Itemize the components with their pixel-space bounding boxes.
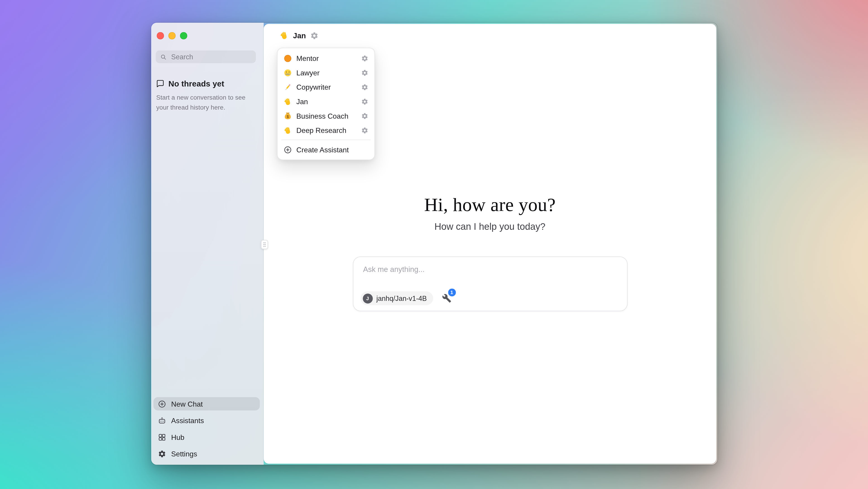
plus-circle-icon bbox=[284, 145, 292, 154]
blocks-icon bbox=[158, 433, 166, 441]
assistant-menu-item-jan[interactable]: Jan bbox=[280, 94, 372, 109]
model-name: janhq/Jan-v1-4B bbox=[376, 294, 427, 302]
assistant-edit-gear-icon[interactable] bbox=[361, 69, 368, 76]
assistant-label: Copywriter bbox=[296, 83, 357, 91]
waving-hand-emoji-icon bbox=[284, 97, 292, 105]
search-input[interactable] bbox=[170, 52, 251, 61]
sidebar-toggle-button[interactable] bbox=[249, 31, 258, 40]
assistant-selector-button[interactable]: Jan bbox=[280, 31, 306, 40]
model-selector-button[interactable]: J janhq/Jan-v1-4B bbox=[361, 292, 433, 305]
robot-icon bbox=[158, 416, 166, 425]
sidebar-resize-handle[interactable] bbox=[261, 240, 268, 249]
assistant-settings-button[interactable] bbox=[310, 31, 319, 40]
create-assistant-button[interactable]: Create Assistant bbox=[280, 143, 372, 157]
assistant-menu-item-mentor[interactable]: Mentor bbox=[280, 51, 372, 65]
main-panel: Jan Mentor Lawyer bbox=[264, 24, 716, 464]
waving-hand-emoji-icon bbox=[280, 31, 289, 40]
grip-dots-icon bbox=[262, 242, 267, 248]
assistant-menu-item-deep-research[interactable]: Deep Research bbox=[280, 123, 372, 137]
greeting-block: Hi, how are you? How can I help you toda… bbox=[264, 194, 716, 233]
composer: J janhq/Jan-v1-4B 1 bbox=[352, 256, 627, 311]
search-box[interactable] bbox=[156, 51, 256, 63]
empty-state-title: No threads yet bbox=[168, 79, 224, 88]
assistant-edit-gear-icon[interactable] bbox=[361, 55, 368, 62]
greeting-title: Hi, how are you? bbox=[264, 194, 716, 216]
orange-circle-emoji-icon bbox=[284, 54, 292, 62]
pencil-emoji-icon bbox=[284, 83, 292, 91]
assistant-label: Business Coach bbox=[296, 112, 357, 120]
assistant-label: Deep Research bbox=[296, 126, 357, 134]
greeting-subtitle: How can I help you today? bbox=[264, 222, 716, 233]
nav-label: New Chat bbox=[171, 400, 203, 408]
assistant-dropdown-menu: Mentor Lawyer Copywriter Jan bbox=[277, 48, 375, 160]
sidebar-nav: New Chat Assistants Hub Settings bbox=[154, 397, 260, 460]
assistant-menu-item-business-coach[interactable]: Business Coach bbox=[280, 109, 372, 123]
sidebar-item-assistants[interactable]: Assistants bbox=[154, 414, 260, 427]
assistant-edit-gear-icon[interactable] bbox=[361, 112, 368, 119]
search-icon bbox=[160, 54, 167, 60]
minimize-window-button[interactable] bbox=[168, 32, 176, 39]
close-window-button[interactable] bbox=[157, 32, 164, 39]
assistant-edit-gear-icon[interactable] bbox=[361, 98, 368, 105]
zoom-window-button[interactable] bbox=[180, 32, 187, 39]
current-assistant-name: Jan bbox=[293, 31, 306, 40]
desktop-background: No threads yet Start a new conversation … bbox=[0, 0, 868, 489]
gear-icon bbox=[158, 449, 166, 458]
money-bag-emoji-icon bbox=[284, 112, 292, 120]
menu-divider bbox=[281, 140, 371, 140]
nav-label: Assistants bbox=[171, 416, 204, 425]
sidebar: No threads yet Start a new conversation … bbox=[151, 23, 264, 464]
assistant-label: Lawyer bbox=[296, 68, 357, 77]
tools-count-badge: 1 bbox=[448, 288, 456, 296]
window-controls bbox=[157, 32, 187, 39]
nav-label: Hub bbox=[171, 433, 184, 441]
assistant-menu-item-copywriter[interactable]: Copywriter bbox=[280, 80, 372, 94]
app-window: No threads yet Start a new conversation … bbox=[151, 23, 717, 464]
sidebar-item-hub[interactable]: Hub bbox=[154, 430, 260, 444]
create-assistant-label: Create Assistant bbox=[296, 145, 368, 154]
message-input[interactable] bbox=[362, 264, 618, 287]
plus-circle-icon bbox=[158, 400, 166, 408]
sidebar-item-settings[interactable]: Settings bbox=[154, 447, 260, 460]
gear-icon bbox=[310, 31, 319, 40]
assistant-menu-item-lawyer[interactable]: Lawyer bbox=[280, 65, 372, 80]
assistant-edit-gear-icon[interactable] bbox=[361, 127, 368, 134]
empty-state-description: Start a new conversation to see your thr… bbox=[156, 93, 251, 113]
tools-button[interactable]: 1 bbox=[442, 294, 451, 303]
model-avatar: J bbox=[363, 294, 372, 303]
sidebar-item-new-chat[interactable]: New Chat bbox=[154, 397, 260, 410]
nav-label: Settings bbox=[171, 449, 197, 458]
assistant-label: Jan bbox=[296, 97, 357, 105]
chat-titlebar: Jan bbox=[264, 24, 716, 47]
threads-empty-state: No threads yet Start a new conversation … bbox=[156, 79, 251, 113]
waving-hand-emoji-icon bbox=[284, 126, 292, 134]
chat-bubble-icon bbox=[156, 80, 164, 87]
zipper-face-emoji-icon bbox=[284, 68, 292, 77]
assistant-edit-gear-icon[interactable] bbox=[361, 83, 368, 91]
composer-toolbar: J janhq/Jan-v1-4B 1 bbox=[361, 292, 619, 305]
assistant-label: Mentor bbox=[296, 54, 357, 62]
